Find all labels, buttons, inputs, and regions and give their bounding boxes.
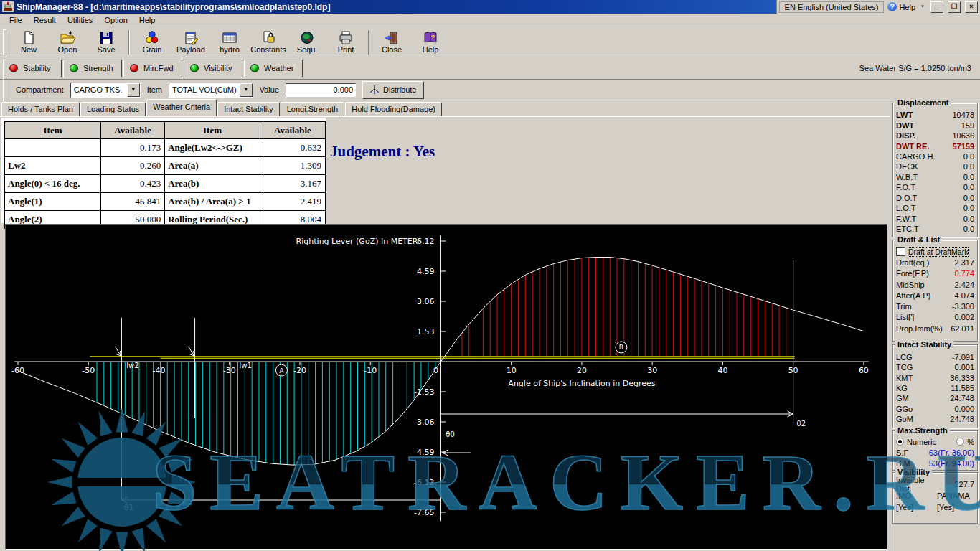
stability-indicator[interactable]: Stability — [3, 60, 62, 77]
svg-text:-7.65: -7.65 — [414, 508, 434, 517]
stat-value: 24.748 — [950, 394, 974, 402]
strength-indicator[interactable]: Strength — [63, 60, 122, 77]
tab-holds-tanks-plan[interactable]: Holds / Tanks Plan — [1, 102, 80, 116]
cell-value[interactable]: 3.167 — [260, 175, 325, 193]
open-folder-icon — [59, 30, 76, 45]
cell-value[interactable]: 0.632 — [260, 139, 325, 157]
open-button[interactable]: Open — [48, 28, 87, 56]
item-value: TOTAL VOL(CuM) — [169, 85, 240, 94]
cell-value[interactable]: 0.423 — [101, 175, 165, 193]
compartment-select[interactable]: CARGO TKS. ▼ — [70, 83, 141, 98]
print-button[interactable]: Print — [326, 28, 365, 56]
menu-help[interactable]: Help — [133, 14, 161, 26]
constants-lock-icon — [260, 30, 277, 45]
weather-indicator[interactable]: Weather — [244, 60, 303, 77]
numeric-radio[interactable] — [896, 438, 904, 446]
red-led-icon — [130, 64, 138, 72]
svg-text:lw1: lw1 — [239, 362, 251, 369]
menu-option[interactable]: Option — [98, 14, 133, 26]
distribute-button[interactable]: Distribute — [362, 81, 423, 99]
print-icon — [337, 30, 354, 45]
svg-text:-10: -10 — [364, 366, 377, 375]
close-file-button[interactable]: Close — [372, 28, 411, 56]
cell-item[interactable]: Area(b) — [165, 175, 260, 193]
cell-item[interactable]: Angle(0) < 16 deg. — [5, 175, 101, 193]
compartment-bar-grip[interactable] — [3, 77, 6, 103]
chevron-down-icon[interactable]: ▼ — [127, 83, 140, 97]
grain-button[interactable]: Grain — [133, 28, 171, 56]
strength-label: Strength — [83, 64, 113, 72]
cell-value[interactable]: 1.309 — [260, 157, 325, 175]
cell-item[interactable]: Lw1 — [5, 139, 101, 157]
table-row[interactable]: Lw1 0.173 Angle(Lw2<->GZ) 0.632 — [5, 139, 326, 157]
stat-label: DECK — [896, 162, 963, 171]
tab-hold-flooding[interactable]: Hold Flooding(Damage) — [345, 102, 442, 116]
percent-radio-label[interactable]: % — [967, 438, 974, 446]
stat-label: DWT — [896, 121, 961, 130]
svg-text:40: 40 — [717, 366, 727, 375]
tab-loading-status[interactable]: Loading Status — [80, 102, 146, 116]
draft-at-draftmark-checkbox[interactable] — [896, 247, 905, 256]
menu-file[interactable]: File — [4, 14, 28, 26]
stat-value: [Yes] — [937, 503, 974, 512]
cell-value[interactable]: 0.260 — [101, 157, 165, 175]
stat-label: DWT RE. — [896, 142, 952, 151]
menu-utilities[interactable]: Utilities — [62, 14, 98, 26]
stat-value: 10636 — [952, 131, 974, 140]
cell-item[interactable]: Angle(Lw2<->GZ) — [165, 139, 260, 157]
save-button[interactable]: Save — [87, 28, 126, 56]
checkbox-label[interactable]: Draft at DraftMark — [908, 248, 968, 256]
cell-value[interactable]: 0.173 — [101, 139, 165, 157]
percent-radio[interactable] — [956, 438, 964, 446]
help-button[interactable]: ? Help — [411, 28, 450, 56]
draft-list-title: Draft & List — [895, 235, 942, 244]
cell-item[interactable]: Lw2 — [5, 157, 101, 175]
cell-value[interactable]: 46.841 — [101, 193, 165, 211]
visibility-indicator[interactable]: Visibility — [184, 60, 242, 77]
payload-button[interactable]: Payload — [171, 28, 210, 56]
value-input[interactable] — [286, 83, 356, 97]
svg-text:θ1: θ1 — [124, 504, 133, 512]
cell-value[interactable]: 2.419 — [260, 193, 325, 211]
language-bar[interactable]: EN English (United States) — [779, 1, 885, 13]
svg-text:6.12: 6.12 — [417, 237, 435, 246]
header-item-2: Item — [165, 122, 260, 139]
cell-item[interactable]: Angle(1) — [5, 193, 101, 211]
tab-intact-stability[interactable]: Intact Stability — [217, 102, 279, 116]
stat-value: 62.011 — [951, 324, 974, 333]
stat-label: ETC.T — [896, 225, 963, 233]
sea-water-sg: Sea Water S/G = 1.0250 ton/m3 — [859, 64, 980, 72]
table-row[interactable]: Angle(0) < 16 deg. 0.423 Area(b) 3.167 — [5, 175, 326, 193]
stat-label: GoM — [896, 415, 950, 423]
svg-text:B: B — [619, 344, 623, 351]
numeric-radio-label[interactable]: Numeric — [907, 438, 956, 446]
hydro-button[interactable]: hydro — [210, 28, 249, 56]
restore-button[interactable]: ❐ — [948, 1, 961, 13]
new-button[interactable]: New — [9, 28, 48, 56]
table-row[interactable]: Lw2 0.260 Area(a) 1.309 — [5, 157, 326, 175]
sequ-button[interactable]: Sequ. — [288, 28, 326, 56]
cell-item[interactable]: Area(a) — [165, 157, 260, 175]
titlebar-help-button[interactable]: ? Help — [887, 2, 915, 11]
tab-longi-strength[interactable]: Longi.Strength — [281, 102, 345, 116]
stat-value: 0.0 — [963, 183, 974, 192]
stat-label: [Yes] — [896, 503, 937, 512]
tab-weather-criteria[interactable]: Weather Criteria — [146, 99, 217, 116]
constants-button[interactable]: Constants — [249, 28, 288, 56]
toolbar-grip[interactable] — [3, 29, 6, 55]
minfwd-indicator[interactable]: Min.Fwd — [123, 60, 182, 77]
stat-value: 0.0 — [963, 173, 974, 182]
minimize-button[interactable]: _ — [930, 1, 943, 13]
stat-label: W.B.T — [896, 173, 963, 182]
menu-result[interactable]: Result — [28, 14, 62, 26]
stat-value: 227.7 — [937, 480, 974, 489]
stat-value: 159 — [961, 121, 974, 130]
toolbar-options-chevron-icon[interactable]: ▼ — [919, 5, 926, 9]
close-button[interactable]: × — [965, 1, 978, 13]
stat-label: D.O.T — [896, 194, 963, 202]
item-select[interactable]: TOTAL VOL(CuM) ▼ — [169, 83, 253, 98]
table-row[interactable]: Angle(1) 46.841 Area(b) / Area(a) > 1 2.… — [5, 193, 326, 211]
cell-item[interactable]: Area(b) / Area(a) > 1 — [165, 193, 260, 211]
chevron-down-icon[interactable]: ▼ — [240, 83, 253, 97]
flooding-prefix: Hold — [352, 105, 370, 113]
